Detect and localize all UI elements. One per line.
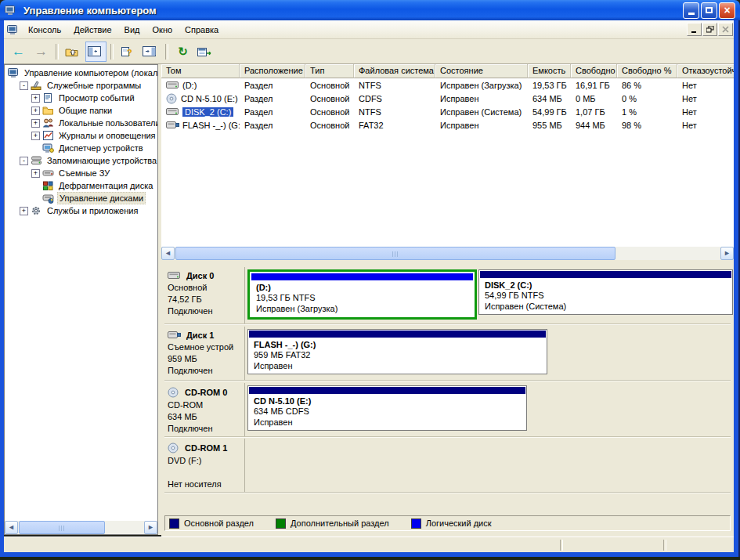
child-close-button[interactable]: [718, 23, 733, 36]
tree-hscrollbar[interactable]: ◄►: [5, 521, 157, 534]
maximize-button[interactable]: [701, 2, 717, 19]
cell-fault: Нет: [677, 121, 734, 130]
removable-icon: [42, 168, 54, 179]
up-folder-button[interactable]: [63, 42, 84, 62]
menu-item-4[interactable]: Справка: [179, 23, 225, 37]
cd-icon: [168, 443, 179, 453]
cell-fault: Нет: [677, 94, 734, 103]
column-header-free[interactable]: Свободно: [571, 64, 617, 78]
status-bar: [4, 537, 734, 553]
tree-item-8[interactable]: +Съемные ЗУ: [31, 167, 111, 179]
column-header-fault[interactable]: Отказоустойчивость: [677, 64, 734, 78]
volume-row-1[interactable]: CD N-5.10 (E:)РазделОсновнойCDFSИсправен…: [161, 92, 734, 105]
tree-item-2[interactable]: +Просмотр событий: [31, 92, 136, 104]
tree-item-9[interactable]: Дефрагментация диска: [31, 179, 154, 192]
volume-list: ТомРасположениеТипФайловая системаСостоя…: [161, 64, 734, 247]
expand-toggle[interactable]: +: [31, 132, 40, 140]
status-separator: [663, 540, 666, 551]
column-header-fs[interactable]: Файловая система: [354, 64, 435, 78]
scroll-right-arrow[interactable]: ►: [144, 521, 157, 534]
close-button[interactable]: ×: [719, 2, 735, 19]
tree-item-3[interactable]: +Общие папки: [31, 104, 114, 117]
menu-item-3[interactable]: Окно: [146, 23, 179, 37]
volume-row-2[interactable]: DISK_2 (C:)РазделОсновнойNTFSИсправен (С…: [161, 105, 734, 118]
menu-bar: КонсольДействиеВидОкноСправка: [4, 20, 734, 39]
partition-area-1: FLASH -_-) (G:)959 МБ FAT32Исправен: [244, 327, 731, 380]
disk-label-1[interactable]: Диск 1Съемное устрой959 МБПодключен: [164, 327, 243, 380]
scroll-thumb[interactable]: [19, 521, 105, 534]
child-restore-button[interactable]: [702, 23, 717, 36]
expand-toggle[interactable]: +: [31, 94, 40, 103]
menu-item-0[interactable]: Консоль: [22, 23, 67, 37]
tree-item-label: Локальные пользователи: [57, 117, 158, 128]
tree-item-10[interactable]: Управление дисками: [31, 192, 146, 204]
toolbar-separator: [56, 44, 59, 60]
console-tree-toggle-button[interactable]: [85, 42, 106, 62]
diskmgmt-icon: [42, 193, 54, 204]
cell-fault: Нет: [677, 107, 734, 117]
column-header-location[interactable]: Расположение: [240, 64, 305, 78]
users-icon: [42, 117, 54, 128]
collapse-toggle[interactable]: -: [20, 81, 28, 90]
tree-item-label: Управление дисками: [57, 192, 146, 204]
tree-item-6[interactable]: Диспетчер устройств: [31, 142, 145, 154]
column-header-capacity[interactable]: Емкость: [528, 64, 571, 78]
scroll-left-arrow[interactable]: ◄: [5, 521, 18, 534]
scroll-thumb[interactable]: [175, 247, 615, 260]
expand-toggle[interactable]: +: [31, 107, 40, 115]
column-header-status[interactable]: Состояние: [435, 64, 528, 78]
partition-cd-n-5-10-e-[interactable]: CD N-5.10 (E:)634 МБ CDFSИсправен: [247, 385, 527, 431]
tree-item-4[interactable]: +Локальные пользователи: [31, 117, 158, 129]
legend-label: Основной раздел: [184, 518, 254, 528]
expand-toggle[interactable]: +: [20, 207, 28, 215]
cell-free: 1,07 ГБ: [571, 107, 617, 117]
scroll-right-arrow[interactable]: ►: [720, 247, 734, 260]
cell-location: Раздел: [240, 121, 305, 130]
menu-item-1[interactable]: Действие: [67, 23, 117, 37]
usb-icon: [166, 121, 179, 130]
tree-item-7[interactable]: -Запоминающие устройства: [20, 154, 158, 167]
child-minimize-button[interactable]: [687, 23, 702, 36]
tree-item-1[interactable]: -Служебные программы: [20, 79, 143, 92]
cell-location: Раздел: [240, 107, 305, 117]
expand-toggle[interactable]: +: [31, 169, 40, 178]
console-tree-panel: ◄► Управление компьютером (локаль-Служеб…: [4, 64, 158, 535]
window-border-left: [0, 20, 4, 555]
title-bar[interactable]: Управление компьютером ×: [0, 0, 740, 20]
usb-icon: [168, 331, 181, 340]
minimize-button[interactable]: [683, 2, 699, 19]
minimize-icon: [688, 13, 695, 15]
column-header-type[interactable]: Тип: [305, 64, 354, 78]
cell-free_pct: 0 %: [617, 94, 677, 103]
refresh-button[interactable]: ↻: [172, 42, 193, 62]
console-window-icon: [7, 24, 19, 35]
column-header-volume[interactable]: Том: [161, 64, 240, 78]
tree-item-5[interactable]: +Журналы и оповещения пр: [31, 129, 158, 142]
partition--d-[interactable]: (D:)19,53 ГБ NTFSИсправен (Загрузка): [247, 269, 477, 320]
partition-flash-g-[interactable]: FLASH -_-) (G:)959 МБ FAT32Исправен: [247, 329, 547, 374]
disk-label-2[interactable]: CD-ROM 0CD-ROM634 МБПодключен: [164, 383, 243, 436]
scroll-left-arrow[interactable]: ◄: [161, 247, 175, 260]
column-header-free_pct[interactable]: Свободно %: [617, 64, 677, 78]
tree-item-11[interactable]: +Службы и приложения: [20, 204, 139, 217]
hdd-icon: [166, 81, 179, 90]
disk-info-line: [168, 467, 241, 479]
toolbar-separator: [110, 44, 114, 60]
help-doc-button[interactable]: ?: [117, 42, 139, 62]
pane-right-button[interactable]: [140, 42, 161, 62]
disk-label-0[interactable]: Диск 0Основной74,52 ГБПодключен: [164, 267, 243, 323]
tree-item-0[interactable]: Управление компьютером (локаль: [8, 67, 158, 79]
cell-capacity: 19,53 ГБ: [528, 81, 571, 90]
export-list-button[interactable]: [195, 42, 216, 62]
menu-item-2[interactable]: Вид: [118, 23, 146, 37]
collapse-toggle[interactable]: -: [20, 157, 28, 165]
disk-name: CD-ROM 1: [185, 443, 227, 453]
list-hscrollbar[interactable]: ◄►: [161, 247, 734, 260]
disk-label-3[interactable]: CD-ROM 1DVD (F:)Нет носителя: [164, 439, 243, 492]
partition-disk-2-c-[interactable]: DISK_2 (C:)54,99 ГБ NTFSИсправен (Систем…: [478, 269, 733, 315]
forward-button[interactable]: →: [31, 42, 52, 62]
volume-row-3[interactable]: FLASH -_-) (G:)РазделОсновнойFAT32Исправ…: [161, 118, 734, 132]
expand-toggle[interactable]: +: [31, 119, 40, 128]
volume-row-0[interactable]: (D:)РазделОсновнойNTFSИсправен (Загрузка…: [161, 78, 734, 92]
back-button[interactable]: ←: [8, 42, 29, 62]
